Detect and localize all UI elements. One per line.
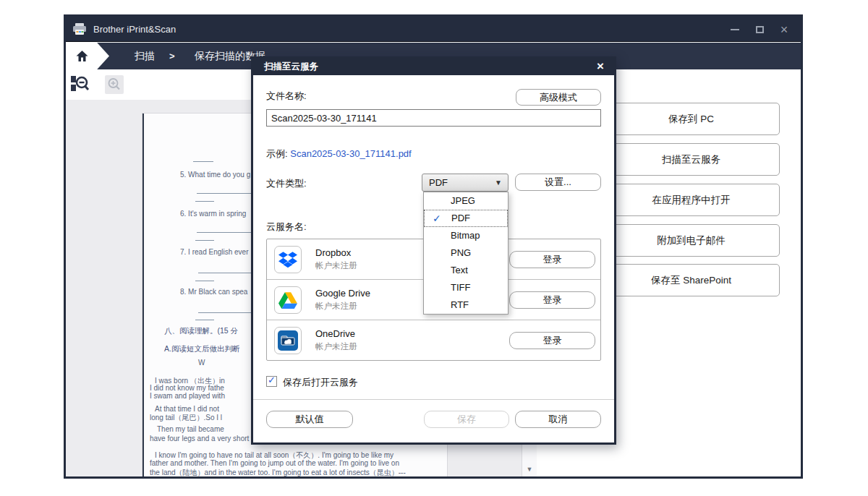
file-type-option-label: TIFF <box>451 282 470 293</box>
dialog-header: 扫描至云服务 × <box>253 59 614 75</box>
cloud-service-status: 帐户未注册 <box>315 260 357 271</box>
document-line: 8. Mr Black can spea <box>180 288 247 296</box>
title-bar: Brother iPrint&Scan × <box>66 17 801 42</box>
action-button-2[interactable]: 扫描至云服务 <box>603 143 780 176</box>
scan-to-cloud-dialog: 扫描至云服务 × 文件名称: 高级模式 示例: Scan2025-03-30_1… <box>251 56 616 445</box>
document-line: long tail（尾巴）.So I l <box>150 413 222 423</box>
cloud-service-row-onedrive: OneDrive帐户未注册登录 <box>267 320 600 360</box>
file-type-option-rtf[interactable]: RTF <box>424 296 508 314</box>
maximize-icon <box>756 26 764 33</box>
action-button-3[interactable]: 在应用程序中打开 <box>603 184 780 216</box>
file-type-value: PDF <box>429 174 448 191</box>
file-type-option-bitmap[interactable]: Bitmap <box>424 227 508 244</box>
document-answer-line <box>195 281 214 281</box>
screenshot-stage: Brother iPrint&Scan × 扫描 > 保存扫描的数据 <box>0 0 868 496</box>
example-filename-link[interactable]: Scan2025-03-30_171141.pdf <box>290 148 411 159</box>
app-window: Brother iPrint&Scan × 扫描 > 保存扫描的数据 <box>64 14 803 479</box>
chevron-down-icon: ▼ <box>495 174 502 191</box>
login-button[interactable]: 登录 <box>509 332 595 349</box>
document-line: the land（陆地）and in the water too. I'm go… <box>150 468 406 476</box>
action-button-4[interactable]: 附加到电子邮件 <box>603 224 780 257</box>
document-line: Then my tail became <box>157 425 224 433</box>
file-name-label: 文件名称: <box>266 90 307 103</box>
action-button-5[interactable]: 保存至 SharePoint <box>603 264 780 296</box>
document-answer-line <box>193 161 213 162</box>
file-type-option-tiff[interactable]: TIFF <box>424 279 508 296</box>
document-line: 5. What time do you g <box>180 171 250 179</box>
cancel-button[interactable]: 取消 <box>515 411 601 428</box>
fit-zoom-out-button[interactable] <box>69 74 94 98</box>
document-line: 八、阅读理解。(15 分 <box>164 326 238 336</box>
minimize-icon <box>731 29 739 30</box>
window-title: Brother iPrint&Scan <box>93 17 176 42</box>
file-type-option-text[interactable]: Text <box>424 262 508 279</box>
document-line: W <box>198 359 205 367</box>
document-line: have four legs and a very short tail. <box>150 435 263 442</box>
home-button[interactable] <box>66 43 109 69</box>
file-type-option-label: Bitmap <box>451 230 480 241</box>
file-type-option-label: Text <box>451 265 468 275</box>
close-icon: × <box>780 23 788 36</box>
cloud-service-name: OneDrive <box>315 328 355 339</box>
file-type-option-pdf[interactable]: ✓PDF <box>424 210 508 227</box>
document-line: A.阅读短文后做出判断 <box>164 344 239 354</box>
file-type-option-jpeg[interactable]: JPEG <box>424 192 508 210</box>
document-line: I did not know my fathe <box>150 384 224 392</box>
checkmark-icon: ✓ <box>268 375 276 385</box>
home-icon <box>75 50 89 62</box>
document-answer-line <box>195 320 214 320</box>
document-line: At that time I did not <box>155 405 219 413</box>
file-type-dropdown[interactable]: PDF ▼ <box>422 174 509 192</box>
file-type-label: 文件类型: <box>266 177 307 190</box>
file-name-input[interactable] <box>266 109 601 127</box>
cloud-service-label: 云服务名: <box>266 221 307 234</box>
save-button[interactable]: 保存 <box>424 411 509 428</box>
zoom-out-fit-icon <box>69 74 94 95</box>
example-label: 示例: <box>266 148 288 159</box>
login-button[interactable]: 登录 <box>509 251 595 268</box>
minimize-button[interactable] <box>723 17 747 42</box>
document-answer-line <box>195 240 214 241</box>
cloud-service-status: 帐户未注册 <box>315 301 357 312</box>
breadcrumb-scan[interactable]: 扫描 <box>135 43 155 69</box>
cloud-service-status: 帐户未注册 <box>315 341 357 352</box>
login-button[interactable]: 登录 <box>509 291 595 309</box>
cloud-service-name: Google Drive <box>315 288 370 299</box>
open-after-save-checkbox[interactable]: ✓ <box>266 376 277 387</box>
file-type-option-label: PNG <box>451 247 471 258</box>
scroll-down-icon[interactable]: ▼ <box>522 466 537 473</box>
close-button[interactable]: × <box>772 17 796 42</box>
cloud-service-name: Dropbox <box>315 247 351 258</box>
window-controls: × <box>723 17 796 42</box>
settings-button[interactable]: 设置... <box>515 174 601 191</box>
document-line: 7. I read English ever <box>180 248 249 256</box>
dialog-divider <box>253 399 614 400</box>
onedrive-icon <box>274 327 302 354</box>
file-type-option-png[interactable]: PNG <box>424 244 508 262</box>
chevron-right-icon: > <box>169 43 175 69</box>
document-line: 6. It's warm in spring <box>180 210 246 218</box>
example-row: 示例: Scan2025-03-30_171141.pdf <box>266 147 412 161</box>
zoom-in-button-disabled[interactable] <box>105 75 124 94</box>
selected-check-icon: ✓ <box>433 210 441 226</box>
file-type-option-label: JPEG <box>451 195 475 206</box>
action-button-1[interactable]: 保存到 PC <box>603 103 780 135</box>
document-line: I swam and played with <box>150 392 225 400</box>
advanced-mode-button[interactable]: 高级模式 <box>516 89 601 106</box>
dialog-title: 扫描至云服务 <box>264 59 318 75</box>
file-type-option-label: RTF <box>451 299 469 310</box>
zoom-in-icon <box>106 77 122 93</box>
google-drive-icon <box>274 286 302 314</box>
printer-app-icon <box>72 22 87 38</box>
file-type-option-label: PDF <box>451 213 470 223</box>
maximize-button[interactable] <box>747 17 772 42</box>
document-answer-line <box>195 201 214 202</box>
open-after-save-label: 保存后打开云服务 <box>283 376 358 389</box>
document-line: father and mother. Then I'm going to jum… <box>150 459 399 467</box>
file-type-options-popup: JPEG✓PDFBitmapPNGTextTIFFRTF <box>423 192 509 315</box>
default-button[interactable]: 默认值 <box>266 411 353 428</box>
dialog-close-button[interactable]: × <box>592 59 608 75</box>
dropbox-icon <box>274 246 302 273</box>
